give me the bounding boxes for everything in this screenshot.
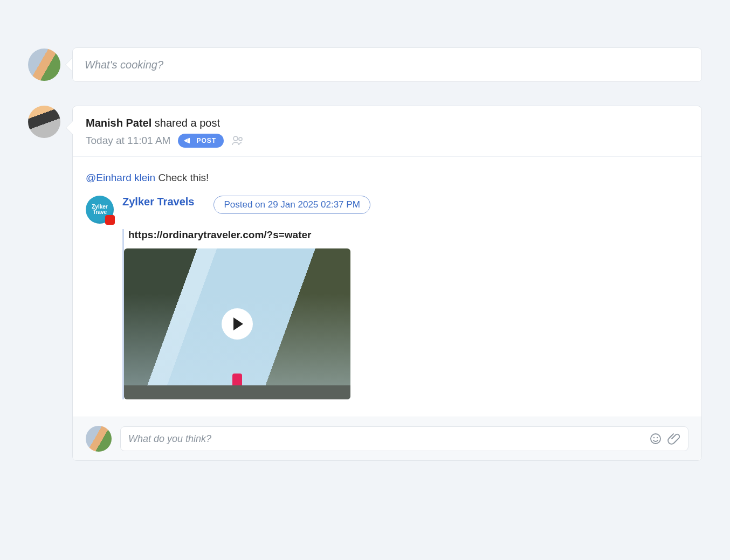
post-author-avatar[interactable] [28, 106, 60, 138]
emoji-icon[interactable] [649, 432, 662, 445]
post-text: @Einhard klein Check this! [86, 172, 688, 184]
svg-point-2 [651, 434, 660, 444]
svg-point-4 [657, 437, 658, 438]
post-meta-line: Today at 11:01 AM POST [86, 134, 688, 148]
composer-wrap [72, 47, 702, 82]
composer-row [28, 47, 702, 82]
post-type-label: POST [196, 137, 216, 144]
posted-on-pill: Posted on 29 Jan 2025 02:37 PM [214, 196, 370, 214]
play-button[interactable] [222, 308, 253, 340]
mention-link[interactable]: @Einhard klein [86, 172, 155, 183]
thumb-person [232, 374, 242, 385]
svg-point-3 [653, 437, 655, 438]
embed-header: ZylkerTrave Zylker Travels Posted on 29 … [86, 196, 688, 224]
embed-url[interactable]: https://ordinarytraveler.com/?s=water [124, 229, 688, 241]
comment-avatar[interactable] [86, 426, 112, 452]
svg-point-1 [239, 137, 242, 141]
post-pointer [66, 121, 73, 134]
attachment-icon[interactable] [667, 432, 680, 445]
audience-icon[interactable] [231, 134, 244, 147]
post-action-text: shared a post [155, 117, 220, 129]
brand-avatar[interactable]: ZylkerTrave [86, 196, 114, 224]
compose-input[interactable] [85, 59, 690, 71]
embed-content: https://ordinarytraveler.com/?s=water [122, 229, 688, 399]
post-card: Manish Patel shared a post Today at 11:0… [72, 106, 702, 461]
post-author-name[interactable]: Manish Patel [86, 117, 151, 129]
speech-pointer [66, 58, 72, 71]
comment-input[interactable] [128, 433, 644, 445]
compose-box[interactable] [72, 47, 702, 82]
comment-footer [73, 417, 701, 460]
post-body: @Einhard klein Check this! ZylkerTrave Z… [73, 157, 701, 417]
comment-box[interactable] [120, 426, 688, 451]
post-row: Manish Patel shared a post Today at 11:0… [28, 106, 702, 461]
video-thumbnail[interactable] [124, 248, 350, 399]
post-title-line: Manish Patel shared a post [86, 117, 688, 129]
post-text-rest: Check this! [158, 172, 209, 183]
thumb-ground [124, 385, 350, 399]
post-header: Manish Patel shared a post Today at 11:0… [73, 106, 701, 157]
post-timestamp: Today at 11:01 AM [86, 135, 170, 147]
brand-name[interactable]: Zylker Travels [122, 196, 194, 208]
post-type-badge: POST [178, 134, 224, 148]
megaphone-icon [183, 136, 192, 145]
svg-point-0 [233, 136, 238, 141]
avatar[interactable] [28, 49, 60, 81]
